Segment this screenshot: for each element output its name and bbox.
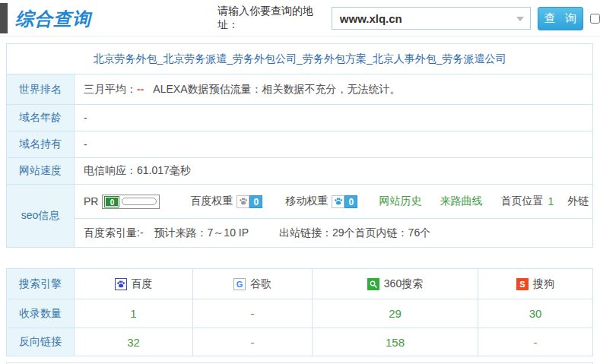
backlinks-sogou: - [478, 328, 593, 356]
site-title-link[interactable]: 北京劳务外包_北京劳务派遣_劳务外包公司_劳务外包方案_北京人事外包_劳务派遣公… [94, 52, 506, 65]
site-speed-value: 电信响应：61.017毫秒 [75, 158, 593, 185]
table-row: 收录数量 1 - 29 30 [7, 299, 593, 328]
included-sogou: 30 [478, 299, 593, 328]
engine-baidu[interactable]: 百度 [115, 277, 153, 291]
table-row: 网站速度 电信响应：61.017毫秒 [7, 158, 593, 185]
row-label-search-engine: 搜索引擎 [7, 269, 75, 299]
included-baidu: 1 [75, 299, 193, 328]
row-label-domain-age: 域名年龄 [7, 105, 75, 131]
backlinks-360: 158 [313, 328, 478, 356]
table-row: 北京劳务外包_北京劳务派遣_劳务外包公司_劳务外包方案_北京人事外包_劳务派遣公… [7, 44, 593, 74]
backlinks-google: - [193, 328, 313, 356]
home-position-value: 1 [548, 195, 554, 207]
row-label-world-rank: 世界排名 [7, 74, 75, 105]
mobile-weight-badge[interactable]: 0 [332, 195, 357, 208]
engine-name: 百度 [132, 277, 153, 291]
row-label-seo-info: seo信息 [7, 185, 75, 248]
page-title: 综合查询 [15, 7, 91, 31]
world-rank-dash: -- [137, 83, 144, 95]
row-label-site-speed: 网站速度 [7, 158, 75, 185]
backlinks-baidu: 32 [75, 328, 193, 356]
domain-age-value: - [75, 105, 593, 131]
chevron-down-icon[interactable] [516, 17, 524, 21]
paw-icon [237, 195, 249, 208]
mobile-weight-value: 0 [344, 195, 357, 208]
engine-sogou[interactable]: S 搜狗 [516, 277, 554, 291]
header-accent-bar [0, 3, 8, 33]
included-google: - [193, 299, 313, 328]
pr-label: PR [84, 195, 98, 207]
baidu-index-value: 百度索引量:- [84, 226, 144, 240]
domain-holder-value: - [75, 131, 593, 158]
table-row: seo信息 PR 0 百度权重 0 移动权重 [7, 185, 593, 219]
home-position-label: 首页位置 [500, 195, 543, 208]
traffic-curve-link[interactable]: 来路曲线 [440, 195, 482, 208]
table-row: 域名持有 - [7, 131, 593, 158]
engine-360[interactable]: 360搜索 [367, 277, 423, 291]
table-row: 世界排名 三月平均：--ALEXA数据预估流量：相关数据不充分，无法统计。 [7, 74, 593, 105]
search-input[interactable] [332, 7, 531, 30]
baidu-weight-badge[interactable]: 0 [237, 195, 262, 208]
world-rank-note: ALEXA数据预估流量：相关数据不充分，无法统计。 [153, 83, 400, 95]
included-360: 29 [313, 299, 478, 328]
search-engine-table: 搜索引擎 百度 G 谷歌 360搜索 [6, 268, 593, 356]
engine-name: 360搜索 [384, 277, 423, 291]
site-info-table: 北京劳务外包_北京劳务派遣_劳务外包公司_劳务外包方案_北京人事外包_劳务派遣公… [6, 43, 593, 248]
mobile-weight-label: 移动权重 [285, 195, 328, 208]
table-row: 反向链接 32 - 158 - [7, 328, 593, 356]
360-search-icon [367, 278, 379, 290]
pr-meter: 0 [102, 195, 160, 209]
search-area: 请输入你要查询的地址： 查 询 [217, 0, 600, 36]
row-label-backlinks: 反向链接 [7, 328, 75, 356]
search-combobox [332, 7, 531, 30]
google-g-icon: G [233, 278, 246, 290]
outbound-links-value: 出站链接：29个首页内链：76个 [279, 226, 430, 240]
world-rank-prefix: 三月平均： [84, 83, 137, 95]
engine-name: 搜狗 [533, 277, 554, 291]
table-row: 搜索引擎 百度 G 谷歌 360搜索 [7, 269, 593, 299]
row-label-included-count: 收录数量 [7, 299, 75, 328]
site-history-link[interactable]: 网站历史 [379, 195, 421, 208]
outlink-label: 外链 [567, 195, 589, 208]
estimated-traffic-value: 预计来路：7～10 IP [154, 226, 249, 240]
header: 综合查询 请输入你要查询的地址： 查 询 [0, 0, 600, 36]
sogou-s-icon: S [516, 278, 529, 290]
baidu-weight-label: 百度权重 [190, 195, 233, 208]
paw-icon [332, 195, 344, 208]
baidu-icon [115, 278, 127, 290]
engine-google[interactable]: G 谷歌 [233, 277, 271, 291]
table-row: 百度索引量:- 预计来路：7～10 IP 出站链接：29个首页内链：76个 [7, 219, 593, 248]
option-checkbox[interactable] [590, 14, 600, 24]
engine-name: 谷歌 [250, 277, 271, 291]
row-label-domain-holder: 域名持有 [7, 131, 75, 158]
query-button[interactable]: 查 询 [538, 7, 583, 30]
table-row: 域名年龄 - [7, 105, 593, 131]
pr-meter-track [122, 198, 157, 205]
search-label: 请输入你要查询的地址： [217, 5, 327, 32]
baidu-weight-value: 0 [249, 195, 262, 208]
pr-value: 0 [105, 197, 119, 207]
